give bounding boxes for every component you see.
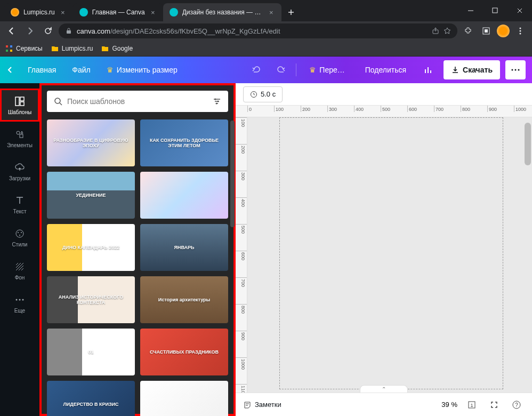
- forward-button[interactable]: [22, 23, 37, 38]
- close-button[interactable]: [507, 0, 532, 21]
- publish-button[interactable]: ♛Пере…: [302, 60, 352, 79]
- tab-label: Lumpics.ru: [23, 9, 55, 16]
- pages-button[interactable]: 1: [464, 397, 480, 413]
- redo-button[interactable]: [271, 60, 291, 79]
- folder-icon: [51, 45, 59, 52]
- browser-tab-0[interactable]: Lumpics.ru ×: [4, 3, 73, 21]
- sidebar-item-uploads[interactable]: Загрузки: [0, 155, 39, 188]
- template-card-0[interactable]: РАЗНООБРАЗИЕ В ЦИФРОВУЮ ЭПОХУ: [47, 119, 135, 166]
- file-menu[interactable]: Файл: [67, 61, 95, 78]
- design-page[interactable]: [279, 117, 503, 389]
- back-button[interactable]: [4, 23, 19, 38]
- close-icon[interactable]: ×: [149, 9, 157, 16]
- duration-chip[interactable]: 5.0 с: [243, 86, 283, 102]
- zoom-value[interactable]: 39 %: [441, 401, 457, 409]
- filters-icon[interactable]: [212, 97, 222, 106]
- download-button[interactable]: Скачать: [444, 60, 500, 79]
- back-chevron-icon[interactable]: [6, 66, 14, 74]
- new-tab-button[interactable]: [284, 5, 299, 20]
- elements-icon: [14, 129, 26, 140]
- bookmark-apps[interactable]: Сервисы: [5, 45, 43, 52]
- undo-button[interactable]: [247, 60, 266, 79]
- bookmark-lumpics[interactable]: Lumpics.ru: [51, 45, 93, 52]
- maximize-button[interactable]: [483, 0, 507, 21]
- bookmark-label: Google: [112, 45, 133, 52]
- star-icon[interactable]: [444, 27, 451, 35]
- template-title: История архитектуры: [156, 295, 213, 305]
- template-card-5[interactable]: ЯНВАРЬ: [140, 224, 228, 271]
- browser-titlebar: Lumpics.ru × Главная — Canva × Дизайн бе…: [0, 0, 532, 21]
- template-card-9[interactable]: СЧАСТЛИВЫХ ПРАЗДНИКОВ: [140, 329, 228, 375]
- minimize-button[interactable]: [458, 0, 483, 21]
- ruler-tick: 800: [461, 106, 487, 112]
- share-icon[interactable]: [432, 27, 439, 35]
- sidebar-item-styles[interactable]: Стили: [0, 221, 39, 254]
- ruler-tick: 600: [407, 106, 434, 112]
- svg-rect-17: [20, 102, 24, 106]
- browser-tab-1[interactable]: Главная — Canva ×: [73, 3, 163, 21]
- reload-button[interactable]: [41, 23, 55, 38]
- ruler-vertical: 10020030040050060070080090010001100: [236, 117, 247, 416]
- svg-rect-4: [485, 29, 488, 33]
- sidebar-item-more[interactable]: Еще: [0, 287, 39, 320]
- template-card-4[interactable]: ДИНО КАЛЕНДАРЬ 2022: [47, 224, 135, 271]
- template-card-7[interactable]: История архитектуры: [140, 276, 228, 323]
- template-title: РАЗНООБРАЗИЕ В ЦИФРОВУЮ ЭПОХУ: [47, 135, 135, 150]
- sidebar-item-text[interactable]: Текст: [0, 188, 39, 221]
- template-card-2[interactable]: УЕДИНЕНИЕ: [47, 172, 135, 219]
- template-title: КАК СОХРАНИТЬ ЗДОРОВЬЕ ЭТИМ ЛЕТОМ: [140, 135, 228, 150]
- svg-rect-11: [10, 50, 12, 52]
- rail-label: Шаблоны: [8, 109, 31, 115]
- close-icon[interactable]: ×: [59, 9, 67, 16]
- menu-icon[interactable]: [513, 23, 528, 38]
- uploads-icon: [14, 162, 26, 173]
- chart-publish-icon[interactable]: [419, 60, 438, 79]
- background-icon: [14, 261, 26, 273]
- duration-value: 5.0 с: [261, 90, 276, 98]
- template-card-10[interactable]: ЛИДЕРСТВО В КРИЗИС: [47, 381, 135, 416]
- browser-tab-2[interactable]: Дизайн без названия — 1920 ×: [163, 3, 281, 21]
- share-button[interactable]: Поделиться: [358, 60, 414, 79]
- template-card-1[interactable]: КАК СОХРАНИТЬ ЗДОРОВЬЕ ЭТИМ ЛЕТОМ: [140, 119, 228, 166]
- home-link[interactable]: Главная: [22, 61, 61, 78]
- sidebar-item-templates[interactable]: Шаблоны: [0, 89, 39, 122]
- svg-rect-10: [6, 50, 8, 52]
- download-label: Скачать: [463, 66, 493, 74]
- profile-avatar[interactable]: [497, 25, 510, 37]
- template-card-8[interactable]: 01: [47, 329, 135, 375]
- fullscreen-button[interactable]: [486, 397, 502, 413]
- address-bar[interactable]: canva.com/design/DAE2csks56s/fKbvE5Q__wr…: [59, 23, 457, 38]
- bookmark-google[interactable]: Google: [101, 45, 133, 52]
- close-icon[interactable]: ×: [268, 9, 275, 16]
- help-button[interactable]: ?: [509, 397, 525, 413]
- footer-bar: Заметки 39 % 1 ?: [236, 393, 532, 416]
- canvas-viewport[interactable]: [247, 117, 532, 416]
- ruler-tick: 700: [434, 106, 461, 112]
- notes-label: Заметки: [255, 401, 281, 409]
- download-icon: [451, 66, 460, 74]
- svg-rect-15: [15, 97, 19, 106]
- search-input[interactable]: [67, 97, 208, 106]
- template-title: СЧАСТЛИВЫХ ПРАЗДНИКОВ: [148, 347, 221, 357]
- panel-scrollbar[interactable]: [230, 121, 235, 227]
- svg-point-18: [17, 131, 20, 134]
- svg-point-13: [515, 69, 517, 71]
- template-card-3[interactable]: [140, 172, 228, 219]
- resize-button[interactable]: ♛Изменить размер: [101, 61, 183, 78]
- search-box[interactable]: [47, 91, 228, 112]
- clock-icon: [250, 91, 257, 98]
- notes-button[interactable]: Заметки: [243, 401, 281, 409]
- more-button[interactable]: [505, 60, 526, 79]
- sidebar-item-background[interactable]: Фон: [0, 254, 39, 287]
- app-icon[interactable]: [479, 23, 494, 38]
- resize-label: Изменить размер: [117, 66, 178, 74]
- collapse-handle[interactable]: ⌃: [360, 385, 408, 393]
- template-card-11[interactable]: [140, 381, 228, 416]
- toolbar-row: 5.0 с: [236, 83, 532, 106]
- template-card-6[interactable]: АНАЛИЗ ИСТОРИЧЕСКОГО КОНТЕКСТА: [47, 276, 135, 323]
- canvas-scrollbar[interactable]: [525, 123, 531, 165]
- sidebar-item-elements[interactable]: Элементы: [0, 122, 39, 155]
- extensions-icon[interactable]: [461, 23, 475, 38]
- notes-icon: [243, 401, 252, 409]
- svg-point-6: [520, 30, 521, 32]
